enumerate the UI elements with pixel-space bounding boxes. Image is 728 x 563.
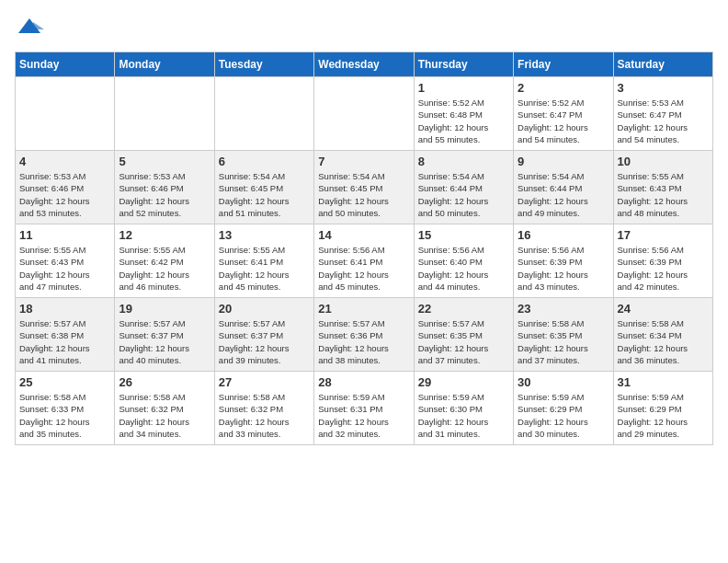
calendar-cell: 8Sunrise: 5:54 AM Sunset: 6:44 PM Daylig… [414, 151, 513, 224]
calendar-cell: 5Sunrise: 5:53 AM Sunset: 6:46 PM Daylig… [115, 151, 214, 224]
day-info: Sunrise: 5:53 AM Sunset: 6:47 PM Dayligh… [618, 97, 709, 145]
day-info: Sunrise: 5:53 AM Sunset: 6:46 PM Dayligh… [119, 170, 210, 219]
calendar-cell: 21Sunrise: 5:57 AM Sunset: 6:36 PM Dayli… [314, 298, 414, 372]
day-info: Sunrise: 5:55 AM Sunset: 6:43 PM Dayligh… [618, 170, 709, 219]
day-number: 6 [219, 155, 310, 168]
day-info: Sunrise: 5:59 AM Sunset: 6:29 PM Dayligh… [518, 391, 609, 440]
day-info: Sunrise: 5:56 AM Sunset: 6:39 PM Dayligh… [518, 244, 609, 293]
day-info: Sunrise: 5:57 AM Sunset: 6:37 PM Dayligh… [119, 317, 210, 366]
day-info: Sunrise: 5:58 AM Sunset: 6:35 PM Dayligh… [518, 317, 609, 366]
day-number: 22 [418, 302, 509, 316]
calendar-cell: 13Sunrise: 5:55 AM Sunset: 6:41 PM Dayli… [214, 224, 313, 298]
calendar-cell: 4Sunrise: 5:53 AM Sunset: 6:46 PM Daylig… [16, 151, 115, 224]
calendar-week-row: 4Sunrise: 5:53 AM Sunset: 6:46 PM Daylig… [16, 151, 713, 224]
day-number: 28 [318, 375, 409, 389]
day-info: Sunrise: 5:52 AM Sunset: 6:48 PM Dayligh… [418, 97, 509, 145]
day-info: Sunrise: 5:54 AM Sunset: 6:45 PM Dayligh… [219, 170, 310, 219]
calendar-cell: 14Sunrise: 5:56 AM Sunset: 6:41 PM Dayli… [314, 224, 414, 298]
day-info: Sunrise: 5:54 AM Sunset: 6:44 PM Dayligh… [418, 170, 509, 219]
day-info: Sunrise: 5:57 AM Sunset: 6:36 PM Dayligh… [318, 317, 409, 366]
day-number: 12 [119, 228, 210, 242]
calendar-cell: 2Sunrise: 5:52 AM Sunset: 6:47 PM Daylig… [514, 77, 613, 151]
calendar-cell [214, 77, 313, 151]
calendar-cell: 29Sunrise: 5:59 AM Sunset: 6:30 PM Dayli… [414, 372, 513, 445]
day-header-sunday: Sunday [16, 52, 115, 77]
day-info: Sunrise: 5:59 AM Sunset: 6:30 PM Dayligh… [418, 391, 509, 440]
day-info: Sunrise: 5:56 AM Sunset: 6:39 PM Dayligh… [618, 244, 709, 293]
day-info: Sunrise: 5:59 AM Sunset: 6:29 PM Dayligh… [618, 391, 709, 440]
calendar-cell: 3Sunrise: 5:53 AM Sunset: 6:47 PM Daylig… [613, 77, 712, 151]
day-number: 31 [618, 375, 709, 389]
calendar-cell: 31Sunrise: 5:59 AM Sunset: 6:29 PM Dayli… [613, 372, 712, 445]
day-info: Sunrise: 5:58 AM Sunset: 6:33 PM Dayligh… [19, 391, 110, 440]
calendar-cell: 11Sunrise: 5:55 AM Sunset: 6:43 PM Dayli… [16, 224, 115, 298]
day-number: 3 [618, 81, 709, 95]
calendar-week-row: 18Sunrise: 5:57 AM Sunset: 6:38 PM Dayli… [16, 298, 713, 372]
day-info: Sunrise: 5:59 AM Sunset: 6:31 PM Dayligh… [318, 391, 409, 440]
day-number: 5 [119, 155, 210, 168]
calendar-cell: 9Sunrise: 5:54 AM Sunset: 6:44 PM Daylig… [514, 151, 613, 224]
day-number: 15 [418, 228, 509, 242]
day-number: 20 [219, 302, 310, 316]
day-info: Sunrise: 5:58 AM Sunset: 6:34 PM Dayligh… [618, 317, 709, 366]
day-number: 16 [518, 228, 609, 242]
calendar-header-row: SundayMondayTuesdayWednesdayThursdayFrid… [16, 52, 713, 77]
day-number: 18 [19, 302, 110, 316]
day-header-wednesday: Wednesday [314, 52, 414, 77]
logo [15, 15, 46, 44]
calendar-cell: 7Sunrise: 5:54 AM Sunset: 6:45 PM Daylig… [314, 151, 414, 224]
day-number: 25 [19, 375, 110, 389]
calendar-cell: 22Sunrise: 5:57 AM Sunset: 6:35 PM Dayli… [414, 298, 513, 372]
day-info: Sunrise: 5:58 AM Sunset: 6:32 PM Dayligh… [219, 391, 310, 440]
day-header-monday: Monday [115, 52, 214, 77]
day-number: 29 [418, 375, 509, 389]
day-number: 19 [119, 302, 210, 316]
day-info: Sunrise: 5:54 AM Sunset: 6:45 PM Dayligh… [318, 170, 409, 219]
day-number: 8 [418, 155, 509, 168]
calendar-week-row: 1Sunrise: 5:52 AM Sunset: 6:48 PM Daylig… [16, 77, 713, 151]
calendar-cell: 15Sunrise: 5:56 AM Sunset: 6:40 PM Dayli… [414, 224, 513, 298]
calendar-cell: 10Sunrise: 5:55 AM Sunset: 6:43 PM Dayli… [613, 151, 712, 224]
day-info: Sunrise: 5:56 AM Sunset: 6:40 PM Dayligh… [418, 244, 509, 293]
day-info: Sunrise: 5:56 AM Sunset: 6:41 PM Dayligh… [318, 244, 409, 293]
calendar-cell [314, 77, 414, 151]
day-number: 11 [19, 228, 110, 242]
day-header-friday: Friday [514, 52, 613, 77]
day-info: Sunrise: 5:54 AM Sunset: 6:44 PM Dayligh… [518, 170, 609, 219]
calendar-cell: 17Sunrise: 5:56 AM Sunset: 6:39 PM Dayli… [613, 224, 712, 298]
calendar-cell: 26Sunrise: 5:58 AM Sunset: 6:32 PM Dayli… [115, 372, 214, 445]
day-info: Sunrise: 5:57 AM Sunset: 6:35 PM Dayligh… [418, 317, 509, 366]
day-info: Sunrise: 5:58 AM Sunset: 6:32 PM Dayligh… [119, 391, 210, 440]
calendar-cell: 19Sunrise: 5:57 AM Sunset: 6:37 PM Dayli… [115, 298, 214, 372]
calendar-cell: 18Sunrise: 5:57 AM Sunset: 6:38 PM Dayli… [16, 298, 115, 372]
day-info: Sunrise: 5:55 AM Sunset: 6:42 PM Dayligh… [119, 244, 210, 293]
logo-icon [15, 15, 44, 44]
day-number: 7 [318, 155, 409, 168]
day-number: 10 [618, 155, 709, 168]
day-info: Sunrise: 5:57 AM Sunset: 6:37 PM Dayligh… [219, 317, 310, 366]
day-header-tuesday: Tuesday [214, 52, 313, 77]
day-number: 14 [318, 228, 409, 242]
day-header-thursday: Thursday [414, 52, 513, 77]
svg-marker-1 [33, 22, 44, 29]
day-number: 4 [19, 155, 110, 168]
day-info: Sunrise: 5:53 AM Sunset: 6:46 PM Dayligh… [19, 170, 110, 219]
day-number: 13 [219, 228, 310, 242]
day-number: 17 [618, 228, 709, 242]
day-number: 27 [219, 375, 310, 389]
day-number: 2 [518, 81, 609, 95]
day-number: 1 [418, 81, 509, 95]
header [15, 15, 713, 44]
calendar-cell: 23Sunrise: 5:58 AM Sunset: 6:35 PM Dayli… [514, 298, 613, 372]
calendar-week-row: 11Sunrise: 5:55 AM Sunset: 6:43 PM Dayli… [16, 224, 713, 298]
day-info: Sunrise: 5:52 AM Sunset: 6:47 PM Dayligh… [518, 97, 609, 145]
calendar-cell: 28Sunrise: 5:59 AM Sunset: 6:31 PM Dayli… [314, 372, 414, 445]
day-info: Sunrise: 5:57 AM Sunset: 6:38 PM Dayligh… [19, 317, 110, 366]
calendar-cell: 25Sunrise: 5:58 AM Sunset: 6:33 PM Dayli… [16, 372, 115, 445]
calendar-cell: 12Sunrise: 5:55 AM Sunset: 6:42 PM Dayli… [115, 224, 214, 298]
calendar-week-row: 25Sunrise: 5:58 AM Sunset: 6:33 PM Dayli… [16, 372, 713, 445]
day-number: 23 [518, 302, 609, 316]
calendar-cell: 30Sunrise: 5:59 AM Sunset: 6:29 PM Dayli… [514, 372, 613, 445]
calendar-cell: 27Sunrise: 5:58 AM Sunset: 6:32 PM Dayli… [214, 372, 313, 445]
calendar-cell: 16Sunrise: 5:56 AM Sunset: 6:39 PM Dayli… [514, 224, 613, 298]
